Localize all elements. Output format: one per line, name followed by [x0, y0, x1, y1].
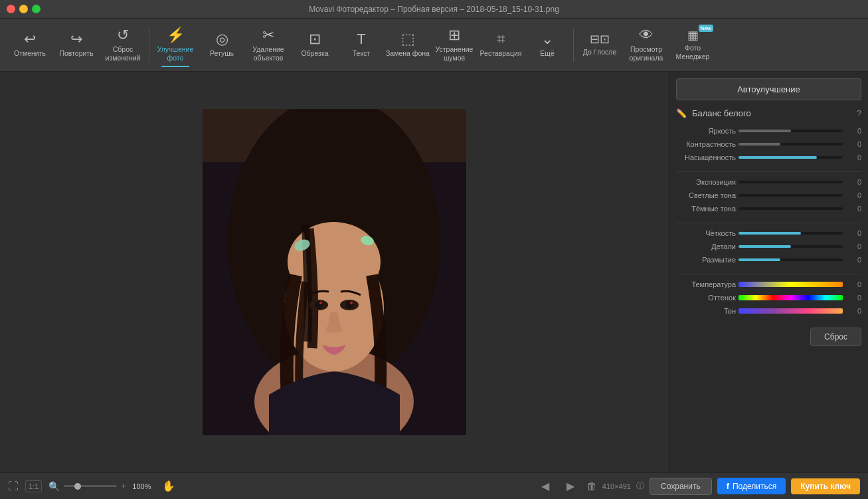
saturation-row: Насыщенность 0 — [676, 153, 861, 162]
zoom-in-icon[interactable]: + — [121, 482, 126, 491]
exposure-label: Экспозиция — [676, 178, 736, 186]
saturation-slider[interactable] — [738, 153, 843, 162]
svg-point-10 — [319, 302, 322, 304]
denoise-button[interactable]: ⊞ Устранение шумов — [431, 22, 477, 68]
bottom-left: ⛶ 1:1 🔍 + 100% ✋ — [8, 480, 529, 492]
saturation-value: 0 — [845, 153, 861, 161]
close-button[interactable] — [7, 5, 15, 13]
hue-slider[interactable] — [738, 293, 843, 302]
remove-objects-button[interactable]: ✂ Удаление объектов — [245, 22, 292, 68]
tone-slider[interactable] — [738, 306, 843, 316]
shadows-value: 0 — [845, 205, 861, 213]
enhance-button[interactable]: ⚡ Улучшение фото — [152, 22, 199, 68]
undo-icon: ↩ — [24, 32, 36, 47]
details-slider[interactable] — [738, 242, 843, 251]
replace-bg-icon: ⬚ — [401, 32, 415, 47]
buy-key-button[interactable]: Купить ключ — [791, 478, 860, 494]
brightness-slider[interactable] — [738, 126, 843, 136]
preview-label: Просмотр оригинала — [623, 45, 669, 62]
zoom-out-icon[interactable]: 🔍 — [48, 481, 60, 492]
minimize-button[interactable] — [19, 5, 28, 13]
text-button[interactable]: T Текст — [338, 22, 385, 68]
retouch-button[interactable]: ◎ Ретушь — [199, 22, 245, 68]
manager-button[interactable]: New ▦ Фото Менеджер — [669, 22, 716, 68]
highlights-value: 0 — [845, 191, 861, 199]
undo-button[interactable]: ↩ Отменить — [7, 22, 53, 68]
zoom-controls: 🔍 + — [48, 481, 126, 492]
replace-bg-label: Замена фона — [386, 49, 430, 58]
photo-container — [203, 109, 466, 435]
save-button[interactable]: Сохранить — [650, 478, 712, 495]
exposure-value: 0 — [845, 178, 861, 186]
enhance-label: Улучшение фото — [152, 45, 199, 62]
main-area: Автоулучшение ✏️ Баланс белого ? Яркость… — [0, 72, 868, 472]
temperature-slider[interactable] — [738, 280, 843, 289]
sharpness-value: 0 — [845, 229, 861, 237]
details-value: 0 — [845, 243, 861, 250]
reset-icon: ↺ — [117, 28, 129, 43]
restore-button[interactable]: ⌗ Реставрация — [477, 22, 524, 68]
help-button[interactable]: ? — [857, 108, 861, 118]
enhance-icon: ⚡ — [167, 28, 185, 43]
contrast-slider[interactable] — [738, 140, 843, 149]
titlebar: Movavi Фоторедактор – Пробная версия – 2… — [0, 0, 868, 19]
shadows-slider[interactable] — [738, 204, 843, 213]
delete-icon[interactable]: 🗑 — [586, 480, 597, 492]
hue-value: 0 — [845, 294, 861, 302]
saturation-label: Насыщенность — [676, 153, 736, 161]
details-label: Детали — [676, 243, 736, 250]
reset-button[interactable]: ↺ Сброс изменений — [100, 22, 146, 68]
blur-row: Размытие 0 — [676, 255, 861, 264]
text-icon: T — [357, 32, 365, 47]
zoom-thumb[interactable] — [74, 483, 81, 490]
undo-label: Отменить — [14, 49, 46, 58]
more-icon: ⌄ — [541, 32, 553, 47]
fit-button[interactable]: 1:1 — [25, 480, 42, 492]
maximize-button[interactable] — [32, 5, 41, 13]
info-icon[interactable]: ⓘ — [636, 480, 644, 492]
blur-slider[interactable] — [738, 255, 843, 264]
auto-enhance-button[interactable]: Автоулучшение — [676, 78, 861, 100]
facebook-icon: f — [727, 481, 729, 491]
before-after-icon: ⊟⊡ — [590, 33, 610, 45]
restore-label: Реставрация — [480, 49, 522, 58]
redo-button[interactable]: ↪ Повторить — [53, 22, 100, 68]
contrast-label: Контрастность — [676, 140, 736, 148]
redo-icon: ↪ — [70, 32, 82, 47]
next-image-button[interactable]: ▶ — [563, 478, 578, 494]
toolbar-separator — [149, 29, 149, 62]
sharpness-label: Чёткость — [676, 229, 736, 237]
before-after-button[interactable]: ⊟⊡ До / после — [576, 22, 623, 68]
exposure-slider[interactable] — [738, 177, 843, 187]
more-button[interactable]: ⌄ Ещё — [524, 22, 570, 68]
highlights-slider[interactable] — [738, 191, 843, 200]
bottom-center: ◀ ▶ — [537, 478, 578, 494]
fullscreen-icon[interactable]: ⛶ — [8, 480, 19, 492]
separator-3 — [676, 274, 861, 274]
zoom-percent: 100% — [132, 482, 155, 490]
denoise-label: Устранение шумов — [431, 45, 477, 62]
prev-image-button[interactable]: ◀ — [537, 478, 553, 494]
reset-all-button[interactable]: Сброс — [810, 328, 861, 346]
highlights-label: Светлые тона — [676, 191, 736, 199]
tone-value: 0 — [845, 307, 861, 315]
more-label: Ещё — [540, 49, 554, 58]
panel-section-header: ✏️ Баланс белого ? — [676, 108, 861, 118]
share-button[interactable]: f Поделиться — [717, 478, 786, 494]
reset-label: Сброс изменений — [100, 45, 146, 62]
new-badge: New — [699, 25, 713, 32]
sharpness-row: Чёткость 0 — [676, 229, 861, 238]
replace-bg-button[interactable]: ⬚ Замена фона — [385, 22, 431, 68]
zoom-slider[interactable] — [64, 485, 117, 487]
contrast-value: 0 — [845, 140, 861, 148]
crop-button[interactable]: ⊡ Обрезка — [292, 22, 338, 68]
pan-tool-icon[interactable]: ✋ — [162, 480, 175, 492]
denoise-icon: ⊞ — [448, 28, 460, 43]
preview-button[interactable]: 👁 Просмотр оригинала — [623, 22, 669, 68]
image-size-text: 410×491 — [602, 482, 631, 490]
sharpness-slider[interactable] — [738, 229, 843, 238]
separator-1 — [676, 171, 861, 172]
canvas-area[interactable] — [0, 72, 669, 472]
blur-label: Размытие — [676, 256, 736, 264]
highlights-row: Светлые тона 0 — [676, 191, 861, 200]
